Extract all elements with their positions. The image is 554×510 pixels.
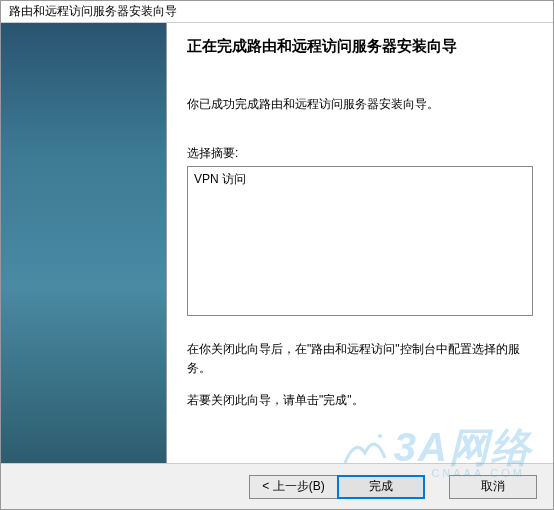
content-area: 正在完成路由和远程访问服务器安装向导 你已成功完成路由和远程访问服务器安装向导。…: [1, 23, 553, 463]
back-button[interactable]: < 上一步(B): [249, 475, 337, 499]
finish-button[interactable]: 完成: [337, 475, 425, 499]
window-title: 路由和远程访问服务器安装向导: [9, 3, 177, 20]
button-bar: < 上一步(B) 完成 取消: [1, 463, 553, 509]
main-panel: 正在完成路由和远程访问服务器安装向导 你已成功完成路由和远程访问服务器安装向导。…: [167, 23, 553, 463]
wizard-window: 路由和远程访问服务器安装向导 正在完成路由和远程访问服务器安装向导 你已成功完成…: [0, 0, 554, 510]
completion-message: 你已成功完成路由和远程访问服务器安装向导。: [187, 96, 533, 113]
instruction-text: 在你关闭此向导后，在"路由和远程访问"控制台中配置选择的服务。: [187, 340, 533, 378]
close-hint: 若要关闭此向导，请单击"完成"。: [187, 392, 533, 409]
title-bar: 路由和远程访问服务器安装向导: [1, 1, 553, 23]
page-heading: 正在完成路由和远程访问服务器安装向导: [187, 37, 533, 56]
wizard-sidebar-image: [1, 23, 167, 463]
cancel-button[interactable]: 取消: [449, 475, 537, 499]
summary-textbox[interactable]: VPN 访问: [187, 166, 533, 316]
summary-label: 选择摘要:: [187, 145, 533, 162]
